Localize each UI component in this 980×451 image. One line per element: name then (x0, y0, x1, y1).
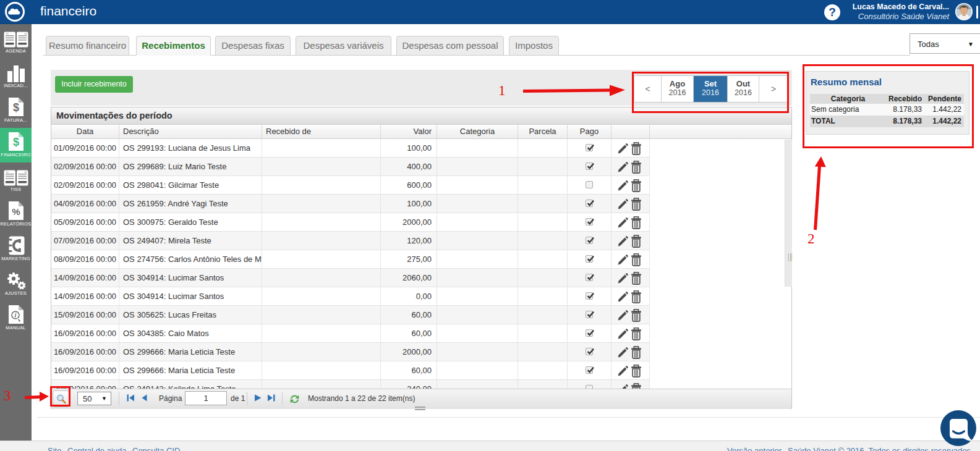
svg-text:16: 16 (24, 171, 27, 174)
svg-text:15: 15 (6, 171, 9, 174)
svg-text:16: 16 (24, 32, 27, 35)
svg-text:$: $ (12, 101, 19, 114)
svg-text:%: % (12, 206, 20, 217)
svg-text:i: i (14, 312, 16, 319)
svg-text:$: $ (12, 136, 19, 148)
svg-text:15: 15 (6, 32, 9, 35)
